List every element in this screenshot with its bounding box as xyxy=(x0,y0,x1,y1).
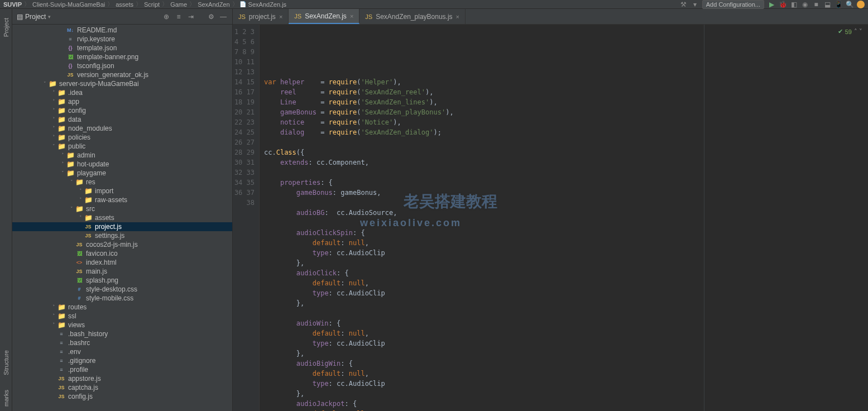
breadcrumb-item[interactable]: Script xyxy=(144,1,160,8)
tree-node[interactable]: ≡.bash_history xyxy=(12,329,232,338)
tree-node[interactable]: ˃📁data xyxy=(12,115,232,124)
code-line[interactable]: default: null, xyxy=(264,409,868,411)
code-line[interactable]: Line = require('SexAndZen_lines'), xyxy=(264,97,868,107)
tree-node[interactable]: ≡rvip.keystore xyxy=(12,35,232,44)
sidebar-title[interactable]: ▤Project▾ xyxy=(17,13,159,21)
tree-node[interactable]: JSappstore.js xyxy=(12,374,232,383)
tree-node[interactable]: ˃📁ssl xyxy=(12,312,232,321)
device-icon[interactable]: 📱 xyxy=(835,1,842,8)
chevron-down-icon[interactable]: ▾ xyxy=(691,1,699,8)
project-tree[interactable]: M↓README.md≡rvip.keystore{}template.json… xyxy=(12,25,232,411)
code-line[interactable] xyxy=(264,308,868,318)
tree-node[interactable]: ˃📁policies xyxy=(12,133,232,142)
tree-node[interactable]: M↓README.md xyxy=(12,26,232,35)
tool-tab-structure[interactable]: Structure xyxy=(2,346,11,380)
code-line[interactable]: audioBigWin: { xyxy=(264,359,868,369)
tree-node[interactable]: 🖼favicon.ico xyxy=(12,249,232,258)
tool-tab-marks[interactable]: marks xyxy=(2,385,11,411)
breadcrumb-item[interactable]: SexAndZen xyxy=(198,1,229,8)
code-line[interactable]: type: cc.AudioClip xyxy=(264,248,868,258)
hide-icon[interactable]: — xyxy=(219,12,228,21)
chevron-right-icon[interactable]: ˃ xyxy=(77,215,84,221)
chevron-right-icon[interactable]: ˃ xyxy=(50,108,57,113)
chevron-down-icon[interactable]: ˅ xyxy=(59,170,66,176)
run-icon[interactable]: ▶ xyxy=(768,1,775,8)
code-line[interactable]: default: null, xyxy=(264,328,868,338)
close-icon[interactable]: × xyxy=(350,13,353,20)
git-icon[interactable]: ⬓ xyxy=(823,1,831,8)
editor-tab[interactable]: JSSexAndZen_playBonus.js× xyxy=(359,9,466,24)
code-line[interactable]: extends: cc.Component, xyxy=(264,157,868,168)
profile-icon[interactable]: ◉ xyxy=(801,1,809,8)
chevron-right-icon[interactable]: ˃ xyxy=(50,322,57,328)
breadcrumb-item[interactable]: assets xyxy=(116,1,133,8)
tree-node[interactable]: ≡.env xyxy=(12,347,232,356)
code-line[interactable]: audioJackpot: { xyxy=(264,399,868,409)
tree-node[interactable]: ≡.profile xyxy=(12,365,232,374)
editor-body[interactable]: 1 2 3 4 5 6 7 8 9 10 11 12 13 14 15 16 1… xyxy=(233,25,868,411)
code-line[interactable]: type: cc.AudioClip xyxy=(264,338,868,348)
tree-node[interactable]: ˃📁routes xyxy=(12,303,232,312)
chevron-right-icon[interactable]: ˃ xyxy=(59,161,66,167)
editor-tab[interactable]: JSSexAndZen.js× xyxy=(289,9,359,24)
code-line[interactable]: gameBonus = require('SexAndZen_playBonus… xyxy=(264,107,868,117)
code-line[interactable]: audioWin: { xyxy=(264,318,868,328)
tree-node[interactable]: ˃📁raw-assets xyxy=(12,195,232,204)
gear-icon[interactable]: ⚙ xyxy=(207,12,215,21)
code-line[interactable] xyxy=(264,67,868,77)
debug-icon[interactable]: 🐞 xyxy=(779,1,787,8)
stop-icon[interactable]: ■ xyxy=(812,1,820,8)
code-line[interactable]: default: null, xyxy=(264,278,868,288)
chevron-right-icon[interactable]: ˃ xyxy=(59,152,66,158)
chevron-right-icon[interactable]: ˃ xyxy=(50,99,57,104)
tree-node[interactable]: JSsettings.js xyxy=(12,231,232,240)
chevron-right-icon[interactable]: ˃ xyxy=(50,117,57,122)
tree-node[interactable]: #style-desktop.css xyxy=(12,285,232,294)
tree-node[interactable]: ˃📁.idea xyxy=(12,88,232,97)
tree-node[interactable]: 🖼splash.png xyxy=(12,276,232,285)
tree-node[interactable]: JSproject.js xyxy=(12,222,232,231)
tree-node[interactable]: {}template.json xyxy=(12,44,232,52)
tree-node[interactable]: ˃📁node_modules xyxy=(12,124,232,133)
search-icon[interactable]: 🔍 xyxy=(846,1,853,8)
code-line[interactable] xyxy=(264,137,868,147)
tree-node[interactable]: JScocos2d-js-min.js xyxy=(12,240,232,249)
code-line[interactable]: properties: { xyxy=(264,178,868,188)
code-line[interactable]: }, xyxy=(264,258,868,268)
run-config-select[interactable]: Add Configuration... xyxy=(702,0,764,9)
chevron-right-icon[interactable]: ˃ xyxy=(50,126,57,131)
chevron-down-icon[interactable]: ˅ xyxy=(68,179,75,185)
breadcrumb-item[interactable]: Game xyxy=(170,1,187,8)
editor-tab[interactable]: JSproject.js× xyxy=(233,9,289,24)
code-line[interactable]: default: null, xyxy=(264,369,868,379)
chevron-right-icon[interactable]: ˃ xyxy=(50,313,57,319)
tree-node[interactable]: ˅📁server-suvip-MuaGameBai xyxy=(12,79,232,88)
tree-node[interactable]: {}tsconfig.json xyxy=(12,61,232,70)
tree-node[interactable]: JSconfig.js xyxy=(12,392,232,401)
tree-node[interactable]: <>index.html xyxy=(12,258,232,267)
code-line[interactable]: notice = require('Notice'), xyxy=(264,117,868,127)
chevron-right-icon[interactable]: ˃ xyxy=(77,188,84,194)
tree-node[interactable]: ≡.gitignore xyxy=(12,356,232,365)
tree-node[interactable]: ˅📁src xyxy=(12,204,232,213)
tree-node[interactable]: 🖼template-banner.png xyxy=(12,52,232,61)
close-icon[interactable]: × xyxy=(456,13,459,20)
code-line[interactable]: }, xyxy=(264,348,868,359)
tree-node[interactable]: ˃📁app xyxy=(12,97,232,106)
tree-node[interactable]: ˅📁public xyxy=(12,142,232,151)
tree-node[interactable]: ˃📁assets xyxy=(12,213,232,222)
code-line[interactable]: audioBG: cc.AudioSource, xyxy=(264,208,868,218)
tool-tab-project[interactable]: Project xyxy=(2,13,11,41)
breadcrumb-item[interactable]: SUVIP xyxy=(3,1,22,8)
breadcrumb-item[interactable]: SexAndZen.js xyxy=(248,1,286,8)
code-view[interactable]: 老吴搭建教程 weixiaolive.com var helper = requ… xyxy=(260,25,868,411)
code-line[interactable]: type: cc.AudioClip xyxy=(264,288,868,298)
code-line[interactable]: audioClick: { xyxy=(264,268,868,278)
chevron-down-icon[interactable]: ˅ xyxy=(68,206,75,212)
code-line[interactable]: gameBonus: gameBonus, xyxy=(264,188,868,198)
close-icon[interactable]: × xyxy=(279,13,282,20)
tree-node[interactable]: ˅📁playgame xyxy=(12,169,232,178)
code-line[interactable]: }, xyxy=(264,298,868,308)
chevron-right-icon[interactable]: ˃ xyxy=(50,90,57,95)
tree-node[interactable]: ˅📁res xyxy=(12,178,232,187)
